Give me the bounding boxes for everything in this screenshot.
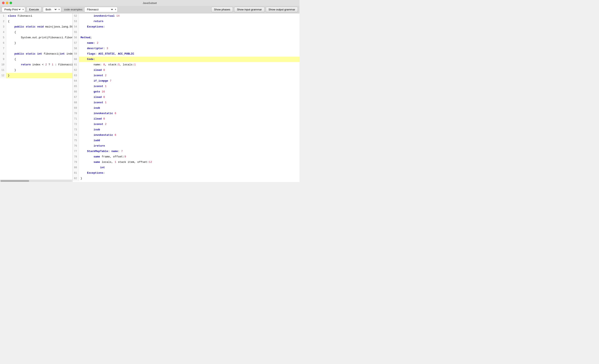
show-phases-button[interactable]: Show phases	[211, 7, 233, 12]
pretty-print-select-wrapper[interactable]: Pretty Print AST Tokens ▼	[2, 7, 25, 12]
table-row: 78 same frame, offset:9	[73, 154, 300, 160]
traffic-lights	[2, 2, 12, 4]
line-content: iload 0	[79, 116, 300, 122]
line-number: 59	[73, 51, 79, 57]
both-select-wrapper[interactable]: Both Input Output ▼	[43, 7, 61, 12]
line-content: iconst 1	[79, 84, 300, 89]
both-chevron-icon: ▼	[58, 8, 60, 11]
table-row: 62 iload 0	[73, 67, 300, 73]
table-row: 82}	[73, 176, 300, 181]
table-row: 65 iconst 1	[73, 84, 300, 89]
table-row: 53 return	[73, 19, 300, 24]
line-number: 65	[73, 84, 79, 89]
examples-select-wrapper[interactable]: Fibonacci HelloWorld BubbleSort ▼	[84, 7, 118, 12]
line-number: 1	[0, 13, 6, 19]
line-number: 61	[73, 62, 79, 67]
line-content: Method;	[79, 35, 300, 40]
line-content: {	[6, 19, 72, 24]
examples-select[interactable]: Fibonacci HelloWorld BubbleSort	[86, 8, 114, 11]
pretty-print-chevron-icon: ▼	[22, 8, 24, 11]
table-row: 5 System.out.print(Fibonacci.fibonacci(5…	[0, 35, 72, 40]
line-number: 9	[0, 57, 6, 62]
main-content: 1class Fibonacci2{3 public static void m…	[0, 13, 300, 182]
line-number: 75	[73, 138, 79, 143]
code-examples-label: code examples:	[64, 8, 83, 11]
table-row: 12}	[0, 73, 72, 78]
show-output-grammar-button[interactable]: Show output grammar	[266, 7, 298, 12]
table-row: 64 if_icmpge 7	[73, 78, 300, 84]
table-row: 68 iconst 1	[73, 100, 300, 105]
line-content: iload 0	[79, 67, 300, 73]
left-scrollbar[interactable]	[0, 179, 72, 182]
table-row: 59 flags: ACC_STATIC, ACC_PUBLIC	[73, 51, 300, 57]
toolbar: Pretty Print AST Tokens ▼ Execute Both I…	[0, 6, 300, 13]
line-content: same frame, offset:9	[79, 154, 300, 160]
line-content: class Fibonacci	[6, 13, 72, 19]
table-row: 79 same locals, 1 stack item, offset:12	[73, 160, 300, 165]
table-row: 73 isub	[73, 127, 300, 133]
line-content: iconst 2	[79, 73, 300, 78]
line-content: public static void main(java.lang.String…	[6, 24, 72, 30]
table-row: 60 Code:	[73, 57, 300, 62]
maximize-button[interactable]	[9, 2, 12, 4]
line-number: 71	[73, 116, 79, 122]
bytecode-area[interactable]: 52 invokevirtual 1453 return54 Exception…	[73, 13, 300, 182]
table-row: 77 StackMapTable: name: 7	[73, 149, 300, 154]
line-number: 55	[73, 30, 79, 35]
line-number: 11	[0, 67, 6, 73]
execute-button[interactable]: Execute	[26, 7, 42, 12]
line-number: 68	[73, 100, 79, 105]
line-number: 7	[0, 46, 6, 51]
show-input-grammar-button[interactable]: Show input grammar	[234, 7, 264, 12]
source-code-area[interactable]: 1class Fibonacci2{3 public static void m…	[0, 13, 72, 179]
line-number: 62	[73, 67, 79, 73]
line-number: 77	[73, 149, 79, 154]
line-number: 4	[0, 30, 6, 35]
line-number: 66	[73, 89, 79, 95]
line-content: ireturn	[79, 143, 300, 149]
line-number: 6	[0, 40, 6, 46]
line-content: iconst 1	[79, 100, 300, 105]
table-row: 69 isub	[73, 105, 300, 111]
line-content: }	[6, 67, 72, 73]
line-content: iadd	[79, 138, 300, 143]
line-number: 63	[73, 73, 79, 78]
left-scrollbar-thumb[interactable]	[0, 180, 29, 182]
table-row: 74 invokestatic 6	[73, 133, 300, 138]
line-content: iconst 2	[79, 122, 300, 127]
line-number: 72	[73, 122, 79, 127]
line-content: {	[6, 57, 72, 62]
examples-chevron-icon: ▼	[115, 8, 116, 11]
table-row: 55	[73, 30, 300, 35]
table-row: 81 Exceptions:	[73, 170, 300, 176]
line-content: {	[6, 30, 72, 35]
minimize-button[interactable]	[6, 2, 8, 4]
line-content: flags: ACC_STATIC, ACC_PUBLIC	[79, 51, 300, 57]
both-select[interactable]: Both Input Output	[45, 8, 57, 11]
line-number: 82	[73, 176, 79, 181]
table-row: 3 public static void main(java.lang.Stri…	[0, 24, 72, 30]
table-row: 72 iconst 2	[73, 122, 300, 127]
line-content: invokestatic 6	[79, 133, 300, 138]
line-number: 54	[73, 24, 79, 30]
close-button[interactable]	[2, 2, 5, 4]
line-number: 60	[73, 57, 79, 62]
line-content	[79, 30, 300, 35]
line-number: 58	[73, 46, 79, 51]
line-number: 74	[73, 133, 79, 138]
line-content: same locals, 1 stack item, offset:12	[79, 160, 300, 165]
line-content	[6, 46, 72, 51]
line-number: 3	[0, 24, 6, 30]
table-row: 54 Exceptions:	[73, 24, 300, 30]
line-number: 73	[73, 127, 79, 133]
line-content: }	[6, 40, 72, 46]
line-number: 8	[0, 51, 6, 57]
line-content: int	[79, 165, 300, 170]
table-row: 58 descriptor: 3	[73, 46, 300, 51]
line-content: }	[6, 73, 72, 78]
left-scrollbar-track[interactable]	[0, 180, 72, 182]
line-content: Exceptions:	[79, 24, 300, 30]
table-row: 52 invokevirtual 14	[73, 13, 300, 19]
table-row: 56Method;	[73, 35, 300, 40]
pretty-print-select[interactable]: Pretty Print AST Tokens	[4, 8, 21, 11]
